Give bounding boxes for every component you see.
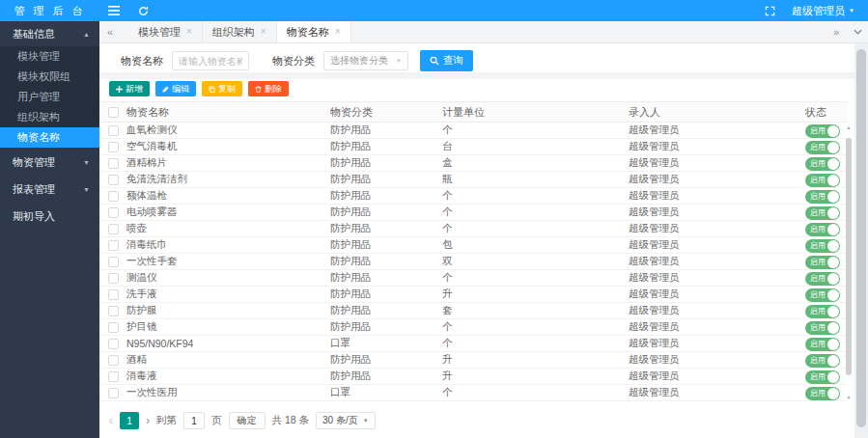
row-checkbox[interactable] <box>99 191 126 202</box>
tab-module-manage[interactable]: 模块管理 × <box>128 21 203 42</box>
row-checkbox[interactable] <box>99 125 126 136</box>
toggle-label: 启用 <box>810 259 826 266</box>
row-checkbox[interactable] <box>99 175 126 185</box>
select-all-checkbox[interactable] <box>99 107 126 118</box>
page-scrollbar[interactable] <box>854 43 868 438</box>
tab-close-icon[interactable]: × <box>335 27 341 37</box>
sidebar-item-module-manage[interactable]: 模块管理 <box>0 46 99 67</box>
status-toggle[interactable]: 启用 <box>805 190 840 204</box>
tabs-menu-icon[interactable] <box>847 21 868 42</box>
delete-button[interactable]: 删除 <box>248 81 289 96</box>
row-checkbox[interactable] <box>99 257 126 267</box>
row-checkbox[interactable] <box>99 289 126 300</box>
cell-category: 防护用品 <box>330 173 442 186</box>
checkbox-icon <box>108 107 119 118</box>
status-toggle[interactable]: 启用 <box>805 206 840 220</box>
cell-material-name: 空气消毒机 <box>126 140 330 153</box>
fullscreen-icon[interactable] <box>755 0 784 21</box>
table-scrollbar[interactable]: ▲ ▼ <box>845 124 853 400</box>
row-checkbox[interactable] <box>99 339 126 349</box>
scroll-down-icon[interactable]: ▼ <box>845 395 853 400</box>
status-toggle[interactable]: 启用 <box>805 141 840 154</box>
checkbox-icon <box>108 125 119 136</box>
table-row: 电动喷雾器防护用品个超级管理员启用 <box>99 205 848 221</box>
status-toggle[interactable]: 启用 <box>805 157 840 171</box>
row-checkbox[interactable] <box>99 306 126 316</box>
status-toggle[interactable]: 启用 <box>805 288 840 302</box>
tab-controls-right: » <box>826 21 868 42</box>
sidebar-group-report-manage[interactable]: 报表管理 ▼ <box>0 177 99 202</box>
cell-creator: 超级管理员 <box>629 205 805 219</box>
cell-unit: 双 <box>442 255 629 268</box>
row-checkbox[interactable] <box>99 371 126 382</box>
status-toggle[interactable]: 启用 <box>805 174 840 187</box>
current-page-button[interactable]: 1 <box>120 412 139 429</box>
cell-creator: 超级管理员 <box>629 156 805 170</box>
header-status: 状态 <box>805 105 848 120</box>
add-button[interactable]: 新增 <box>109 81 150 96</box>
page-size-select[interactable]: 30 条/页 ▼ <box>316 412 376 429</box>
row-checkbox[interactable] <box>99 158 126 169</box>
sidebar-group-base-info[interactable]: 基础信息 ▲ <box>0 21 99 46</box>
cell-material-name: 额体温枪 <box>126 189 330 203</box>
table-row: 空气消毒机防护用品台超级管理员启用 <box>99 139 848 155</box>
user-menu[interactable]: 超级管理员 ▼ <box>784 4 868 18</box>
sidebar-item-org-structure[interactable]: 组织架构 <box>0 107 99 127</box>
status-toggle[interactable]: 启用 <box>805 256 840 269</box>
tabs-scroll-left-icon[interactable]: « <box>99 21 121 42</box>
status-toggle[interactable]: 启用 <box>805 370 840 384</box>
tab-material-name[interactable]: 物资名称 × <box>277 21 351 42</box>
row-checkbox[interactable] <box>99 224 126 234</box>
refresh-icon[interactable] <box>128 0 157 21</box>
cell-material-name: 一次性医用 <box>126 386 330 399</box>
status-toggle[interactable]: 启用 <box>805 387 840 400</box>
status-toggle[interactable]: 启用 <box>805 223 840 236</box>
row-checkbox[interactable] <box>99 240 126 251</box>
row-checkbox[interactable] <box>99 207 126 218</box>
edit-button[interactable]: 编辑 <box>155 81 196 96</box>
copy-button-label: 复制 <box>218 85 236 94</box>
row-checkbox[interactable] <box>99 142 126 152</box>
scrollbar-thumb[interactable] <box>846 138 852 375</box>
status-toggle[interactable]: 启用 <box>805 354 840 368</box>
tab-close-icon[interactable]: × <box>186 27 192 37</box>
prev-page-icon[interactable]: ‹ <box>109 414 113 427</box>
tabs-scroll-right-icon[interactable]: » <box>826 21 847 42</box>
status-toggle[interactable]: 启用 <box>805 239 840 253</box>
sidebar-group-material-manage[interactable]: 物资管理 ▼ <box>0 150 99 175</box>
row-checkbox[interactable] <box>99 273 126 284</box>
next-page-icon[interactable]: › <box>146 414 150 427</box>
tab-close-icon[interactable]: × <box>261 27 266 37</box>
search-button[interactable]: 查询 <box>420 50 473 71</box>
status-toggle[interactable]: 启用 <box>805 124 840 138</box>
table-row: 酒精棉片防护用品盒超级管理员启用 <box>99 155 848 172</box>
search-form: 物资名称 物资分类 选择物资分类 ▼ 查询 <box>99 50 854 71</box>
cell-creator: 超级管理员 <box>629 320 805 334</box>
copy-button[interactable]: 复制 <box>202 81 242 96</box>
scroll-up-icon[interactable]: ▲ <box>845 124 853 130</box>
status-toggle[interactable]: 启用 <box>805 338 840 351</box>
category-select[interactable]: 选择物资分类 ▼ <box>323 51 408 70</box>
sidebar-item-initial-import[interactable]: 期初导入 <box>0 204 99 229</box>
page-scrollbar-thumb[interactable] <box>856 49 866 427</box>
row-checkbox[interactable] <box>99 322 126 333</box>
sidebar-item-module-permission[interactable]: 模块权限组 <box>0 67 99 87</box>
row-checkbox[interactable] <box>99 388 126 398</box>
toggle-knob <box>827 289 839 301</box>
sidebar-item-user-manage[interactable]: 用户管理 <box>0 87 99 107</box>
status-toggle[interactable]: 启用 <box>805 272 840 286</box>
goto-page-input[interactable] <box>183 412 205 429</box>
status-toggle[interactable]: 启用 <box>805 305 840 318</box>
page-size-value: 30 条/页 <box>322 414 358 427</box>
material-name-input[interactable] <box>172 51 249 70</box>
cell-category: 防护用品 <box>330 140 442 153</box>
tab-org-structure[interactable]: 组织架构 × <box>203 21 277 42</box>
status-toggle[interactable]: 启用 <box>805 321 840 335</box>
row-checkbox[interactable] <box>99 355 126 366</box>
sidebar-item-material-name[interactable]: 物资名称 <box>0 127 99 148</box>
goto-confirm-button[interactable]: 确定 <box>229 412 266 429</box>
menu-collapse-icon[interactable] <box>99 0 128 21</box>
toggle-knob <box>827 322 839 334</box>
material-category-label: 物资分类 <box>272 54 315 68</box>
table-header: 物资名称 物资分类 计量单位 录入人 状态 <box>99 101 848 123</box>
